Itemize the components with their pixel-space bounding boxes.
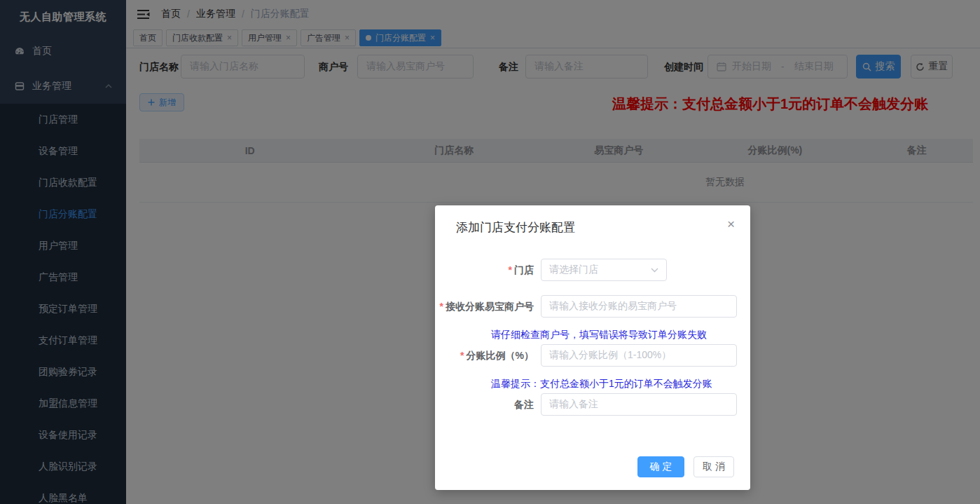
ratio-field-label: *分账比例（%） xyxy=(435,344,534,367)
field-label-text: 门店 xyxy=(514,264,534,275)
placeholder-text: 请输入备注 xyxy=(549,398,598,411)
field-label-text: 备注 xyxy=(514,399,534,410)
required-mark: * xyxy=(440,301,443,312)
close-icon[interactable]: × xyxy=(727,217,735,232)
dialog-title: 添加门店支付分账配置 xyxy=(456,219,575,236)
store-field-label: *门店 xyxy=(435,259,534,281)
store-select[interactable]: 请选择门店 xyxy=(541,259,667,281)
placeholder-text: 请选择门店 xyxy=(549,264,598,276)
remark-input[interactable]: 请输入备注 xyxy=(541,393,737,416)
split-ratio-input[interactable]: 请输入分账比例（1-100%） xyxy=(541,344,737,367)
field-label-text: 分账比例（%） xyxy=(467,350,534,361)
required-mark: * xyxy=(460,350,464,361)
required-mark: * xyxy=(509,264,512,275)
field-label-text: 接收分账易宝商户号 xyxy=(446,301,534,312)
add-split-config-dialog: 添加门店支付分账配置 × *门店 请选择门店 *接收分账易宝商户号 请输入接收分… xyxy=(435,205,750,490)
cancel-button[interactable]: 取 消 xyxy=(693,456,734,477)
receive-merchant-input[interactable]: 请输入接收分账的易宝商户号 xyxy=(541,295,737,318)
confirm-button[interactable]: 确 定 xyxy=(637,456,684,477)
placeholder-text: 请输入接收分账的易宝商户号 xyxy=(549,300,677,313)
merchant-check-hint: 请仔细检查商户号，填写错误将导致订单分账失败 xyxy=(491,329,707,341)
min-amount-hint: 温馨提示：支付总金额小于1元的订单不会触发分账 xyxy=(491,378,712,390)
placeholder-text: 请输入分账比例（1-100%） xyxy=(549,349,671,362)
chevron-down-icon xyxy=(651,268,658,273)
remark-field-label: 备注 xyxy=(435,393,534,416)
merchant-field-label: *接收分账易宝商户号 xyxy=(435,295,534,318)
